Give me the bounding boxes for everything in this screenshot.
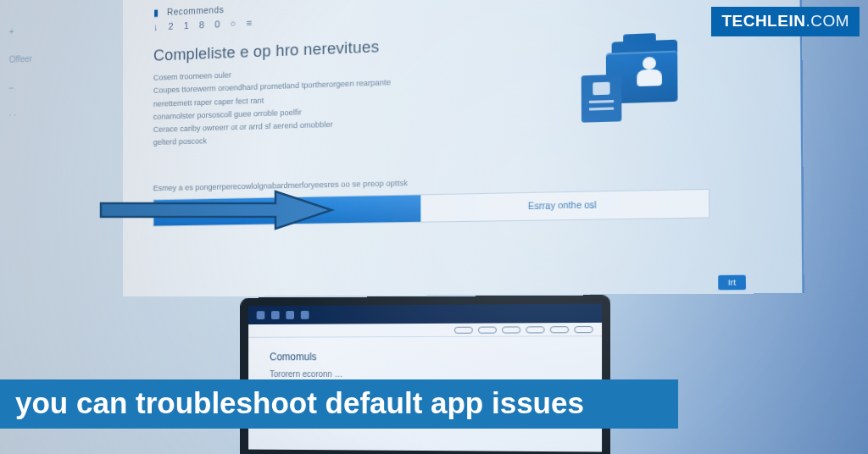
titlebar-icon-3 (286, 311, 294, 319)
laptop-foreground: Comomuls Tororern ecoronn … Cot laas per… (240, 295, 610, 454)
window-control-1[interactable] (454, 326, 473, 333)
window-control-3[interactable] (502, 326, 520, 333)
toolbar-menu-icon[interactable]: ≡ (247, 18, 253, 28)
annotation-arrow-icon (97, 186, 335, 234)
window-control-4[interactable] (526, 326, 544, 333)
frag-4: · · (9, 108, 89, 120)
brand-watermark: TECHLEIN.COM (711, 7, 860, 36)
brand-name: TECHLEIN (721, 12, 805, 30)
frag-2: Offeer (9, 52, 89, 64)
window-control-6[interactable] (574, 326, 593, 333)
laptop-tab-row (248, 323, 602, 338)
laptop-heading: Comomuls (270, 351, 579, 363)
window-control-2[interactable] (478, 326, 497, 333)
document-card-icon (581, 75, 622, 123)
flag-icon: ▮ (153, 7, 159, 18)
titlebar-icon-1 (257, 311, 265, 319)
toolbar-g4: 8 (199, 19, 204, 30)
person-body-icon (637, 69, 662, 86)
frag-3: – (9, 80, 89, 91)
titlebar-icon-2 (271, 311, 280, 319)
toolbar-g5: 0 (214, 19, 220, 29)
laptop-titlebar (248, 304, 602, 325)
secondary-button[interactable]: Esrray onthe osl (420, 190, 709, 222)
titlebar-icon-4 (301, 311, 309, 319)
next-button[interactable]: Irt (718, 275, 746, 291)
folder-illustration (604, 29, 721, 133)
breadcrumb-label: Recommends (167, 5, 224, 17)
frag-1: + (9, 24, 89, 36)
toolbar-g2: 2 (168, 21, 173, 31)
left-background-fragments: + Offeer – · · (9, 24, 89, 138)
toolbar-circle-icon[interactable]: ○ (231, 18, 236, 28)
settings-panel: ▮ Recommends ✎ ¦ © 6 12 ↓ 2 1 8 0 ○ ≡ Co… (123, 0, 804, 296)
toolbar-download-icon[interactable]: ↓ (153, 21, 159, 31)
window-control-5[interactable] (550, 326, 569, 333)
document-thumb-icon (593, 82, 609, 96)
toolbar-g3: 1 (184, 20, 189, 30)
caption-banner: you can troubleshoot default app issues (0, 379, 678, 429)
laptop-line-1: Tororern ecoronn … (270, 369, 579, 379)
settings-window: ▮ Recommends ✎ ¦ © 6 12 ↓ 2 1 8 0 ○ ≡ Co… (123, 0, 804, 296)
laptop-screen: Comomuls Tororern ecoronn … Cot laas per… (240, 295, 610, 454)
brand-tld: .COM (805, 12, 849, 30)
